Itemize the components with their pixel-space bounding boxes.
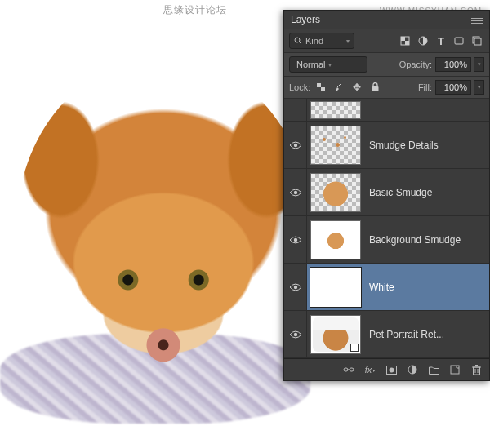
fill-input[interactable]: 100%: [435, 80, 471, 95]
layer-name[interactable]: Background Smudge: [364, 234, 489, 246]
layers-list: Smudge Details Basic Smudge Background S…: [284, 99, 489, 358]
layer-row[interactable]: Basic Smudge: [284, 169, 489, 216]
layer-thumbnail[interactable]: [310, 315, 361, 354]
svg-rect-12: [372, 86, 378, 91]
lock-paint-icon[interactable]: [332, 80, 346, 95]
opacity-label: Opacity:: [399, 60, 432, 69]
filter-kind-label: Kind: [305, 36, 323, 46]
lock-row: Lock: ✥ Fill: 100% ▾: [284, 77, 489, 99]
svg-point-17: [293, 332, 296, 335]
fill-stepper[interactable]: ▾: [474, 80, 484, 95]
svg-point-13: [293, 143, 296, 146]
layer-row[interactable]: White: [284, 264, 489, 311]
svg-rect-3: [401, 37, 405, 41]
panel-menu-icon[interactable]: [471, 16, 483, 24]
filter-adjustment-icon[interactable]: [416, 33, 430, 48]
delete-layer-icon[interactable]: [470, 363, 483, 376]
svg-line-1: [300, 42, 302, 45]
eye-icon: [289, 140, 302, 150]
chevron-down-icon: ▾: [346, 38, 350, 45]
svg-rect-24: [451, 366, 459, 374]
adjustment-layer-icon[interactable]: [406, 363, 419, 376]
filter-type-icon[interactable]: T: [434, 33, 448, 48]
panel-tab-bar: Layers: [284, 11, 489, 29]
layers-panel: Layers Kind ▾ T Normal ▾ Opacity: 100% ▾…: [283, 10, 490, 381]
opacity-value: 100%: [444, 60, 467, 69]
layer-name[interactable]: Pet Portrait Ret...: [364, 329, 489, 340]
svg-line-11: [337, 83, 341, 87]
filter-smart-icon[interactable]: [470, 33, 484, 48]
link-layers-icon[interactable]: [342, 363, 355, 376]
layer-thumbnail[interactable]: [310, 268, 361, 307]
filter-shape-icon[interactable]: [452, 33, 466, 48]
svg-rect-4: [405, 41, 409, 45]
search-icon: [294, 37, 302, 45]
eye-icon: [289, 282, 302, 292]
layer-style-icon[interactable]: fx▾: [363, 363, 376, 376]
layer-row[interactable]: [284, 99, 489, 122]
filter-row: Kind ▾ T: [284, 29, 489, 53]
panel-footer: fx▾: [284, 358, 489, 380]
visibility-toggle[interactable]: [284, 169, 307, 215]
svg-point-14: [293, 190, 296, 193]
layer-row[interactable]: Smudge Details: [284, 122, 489, 169]
layer-row[interactable]: Pet Portrait Ret...: [284, 311, 489, 358]
svg-point-16: [293, 285, 296, 288]
svg-rect-25: [473, 367, 479, 375]
blend-mode-dropdown[interactable]: Normal ▾: [289, 56, 368, 73]
eye-icon: [289, 330, 302, 339]
filter-kind-dropdown[interactable]: Kind ▾: [289, 33, 354, 49]
opacity-input[interactable]: 100%: [435, 57, 471, 72]
layer-name[interactable]: Basic Smudge: [364, 187, 489, 198]
layer-thumbnail[interactable]: [310, 220, 361, 259]
lock-transparency-icon[interactable]: [314, 80, 328, 95]
layer-name[interactable]: Smudge Details: [364, 140, 489, 151]
svg-point-15: [293, 237, 296, 241]
layer-thumbnail[interactable]: [310, 101, 361, 119]
group-icon[interactable]: [427, 363, 440, 376]
layer-thumbnail[interactable]: [310, 126, 361, 165]
fill-label: Fill:: [418, 82, 432, 92]
chevron-down-icon: ▾: [328, 61, 332, 69]
watermark-cn: 思缘设计论坛: [163, 3, 227, 17]
layer-thumbnail[interactable]: [310, 173, 361, 212]
svg-rect-6: [455, 38, 463, 44]
lock-position-icon[interactable]: ✥: [350, 80, 364, 95]
svg-rect-9: [317, 83, 321, 87]
eye-icon: [289, 188, 302, 197]
layer-name[interactable]: White: [364, 282, 489, 293]
svg-point-22: [389, 367, 394, 372]
thumb-content: [319, 180, 352, 206]
visibility-toggle[interactable]: [284, 99, 307, 121]
visibility-toggle[interactable]: [284, 122, 307, 168]
blend-row: Normal ▾ Opacity: 100% ▾: [284, 53, 489, 77]
svg-point-0: [295, 38, 300, 42]
lock-all-icon[interactable]: [368, 80, 382, 95]
svg-rect-10: [321, 87, 325, 91]
svg-rect-8: [474, 38, 481, 45]
smart-object-badge: [350, 344, 359, 352]
visibility-toggle[interactable]: [284, 311, 307, 357]
filter-pixel-icon[interactable]: [398, 33, 412, 48]
visibility-toggle[interactable]: [284, 264, 307, 310]
layer-row[interactable]: Background Smudge: [284, 216, 489, 264]
opacity-stepper[interactable]: ▾: [474, 57, 484, 72]
thumb-content: [325, 231, 346, 249]
fill-value: 100%: [444, 82, 467, 92]
blend-mode-value: Normal: [296, 60, 325, 69]
dog-illustration: [16, 57, 310, 400]
visibility-toggle[interactable]: [284, 216, 307, 263]
panel-title[interactable]: Layers: [291, 14, 320, 25]
eye-icon: [289, 235, 302, 245]
new-layer-icon[interactable]: [448, 363, 461, 376]
layer-mask-icon[interactable]: [385, 363, 398, 376]
lock-label: Lock:: [289, 82, 310, 92]
